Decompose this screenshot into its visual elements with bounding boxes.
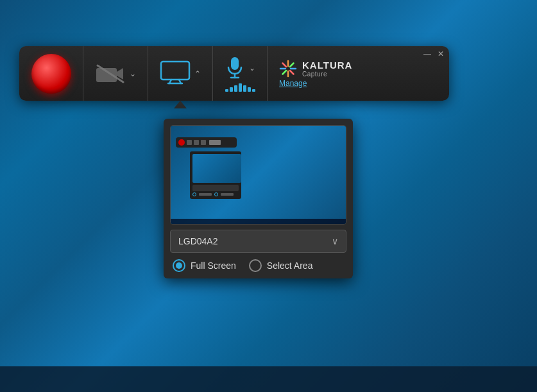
monitor-select-value: LGD04A2	[178, 236, 217, 246]
camera-section: ⌄	[83, 46, 148, 101]
window-controls: — ✕	[423, 50, 444, 58]
select-area-option[interactable]: Select Area	[249, 259, 313, 272]
mic-bar-3	[234, 85, 237, 92]
fullscreen-radio[interactable]	[173, 259, 185, 272]
monitor-select-dropdown[interactable]: LGD04A2 ∨	[170, 230, 346, 253]
fullscreen-label: Full Screen	[191, 260, 236, 271]
mic-bar-2	[230, 87, 233, 92]
kaltura-text: KALTURA Capture	[302, 60, 352, 78]
mic-bar-5	[243, 85, 246, 92]
manage-link[interactable]: Manage	[279, 79, 307, 88]
fullscreen-option[interactable]: Full Screen	[173, 259, 236, 272]
kaltura-section: KALTURA Capture Manage	[268, 60, 449, 88]
minimize-button[interactable]: —	[423, 50, 431, 58]
screen-icon	[160, 60, 191, 87]
svg-rect-6	[231, 57, 239, 70]
mic-bar-4	[239, 83, 242, 92]
screen-dropdown-arrow[interactable]: ⌃	[194, 69, 201, 78]
kaltura-brand-name: KALTURA	[302, 60, 352, 71]
mic-bar-1	[225, 89, 228, 92]
select-area-radio[interactable]	[249, 259, 262, 272]
kaltura-star-icon	[279, 60, 297, 78]
taskbar	[0, 366, 537, 392]
mini-record-btn	[178, 139, 185, 146]
mini-toolbar	[176, 137, 237, 148]
mini-radio-row	[192, 192, 239, 196]
record-button[interactable]	[31, 54, 71, 94]
mini-dropdown	[190, 151, 241, 199]
kaltura-capture-label: Capture	[302, 71, 352, 78]
record-button-section	[19, 46, 83, 101]
mini-icon-3	[201, 140, 206, 145]
select-area-label: Select Area	[267, 260, 313, 271]
mic-bar-6	[248, 87, 251, 92]
mini-taskbar	[171, 219, 346, 224]
mini-select-bar	[192, 185, 239, 191]
mic-section: ⌄	[213, 46, 268, 101]
mic-row: ⌄	[225, 56, 255, 80]
camera-icon	[95, 63, 126, 85]
screen-dropdown-panel: LGD04A2 ∨ Full Screen Select Area	[164, 119, 353, 278]
mini-radio-2	[214, 192, 218, 196]
svg-line-15	[290, 63, 294, 67]
mini-preview-box	[192, 154, 241, 183]
svg-line-14	[290, 71, 294, 74]
main-toolbar: — ✕ ⌄ ⌃	[19, 46, 449, 101]
mini-kaltura	[209, 140, 221, 145]
svg-line-13	[283, 63, 287, 67]
monitor-select-arrow-icon: ∨	[332, 236, 338, 246]
capture-mode-options: Full Screen Select Area	[170, 259, 346, 272]
mic-icon	[225, 56, 245, 80]
mini-icon-2	[194, 140, 199, 145]
mini-icon-1	[187, 140, 192, 145]
kaltura-logo: KALTURA Capture	[279, 60, 352, 78]
mini-radio-text-2	[221, 193, 234, 196]
close-button[interactable]: ✕	[438, 50, 444, 58]
svg-rect-2	[161, 62, 189, 80]
camera-dropdown-arrow[interactable]: ⌄	[130, 69, 136, 78]
mini-desktop-preview	[171, 126, 346, 224]
mic-bar-7	[252, 89, 255, 92]
mic-level-bars	[225, 83, 255, 92]
mini-radio-text-1	[199, 193, 212, 196]
mini-radio-1	[192, 192, 196, 196]
screen-preview-thumbnail	[170, 125, 346, 225]
svg-line-16	[283, 71, 287, 74]
screen-section: ⌃	[148, 46, 213, 101]
mic-dropdown-arrow[interactable]: ⌄	[249, 64, 255, 72]
